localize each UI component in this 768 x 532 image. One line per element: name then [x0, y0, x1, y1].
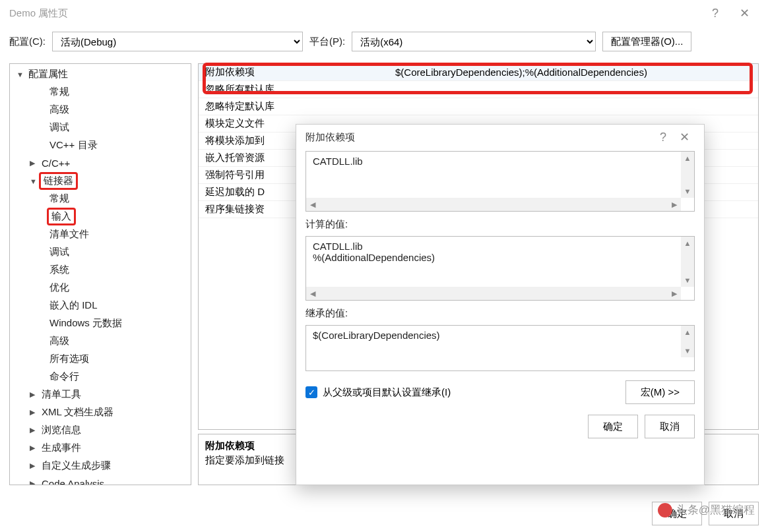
arrow-down-icon: ▼	[681, 185, 694, 198]
tree-item-input[interactable]: 输入	[10, 208, 191, 225]
grid-row[interactable]: 忽略所有默认库	[199, 81, 758, 98]
tree-item[interactable]: 所有选项	[10, 350, 191, 368]
help-icon[interactable]: ?	[653, 131, 674, 144]
scrollbar-vertical[interactable]: ▲▼	[681, 152, 694, 198]
config-label: 配置(C):	[9, 36, 46, 48]
footer-buttons: 确定 取消	[652, 502, 759, 525]
tree-item[interactable]: 系统	[10, 261, 191, 279]
scrollbar-vertical[interactable]: ▲▼	[681, 237, 694, 287]
help-icon[interactable]: ?	[701, 7, 730, 20]
arrow-down-icon: ▼	[681, 274, 694, 287]
arrow-right-icon: ▶	[668, 287, 681, 300]
tree-item[interactable]: VC++ 目录	[10, 136, 191, 154]
tree-item[interactable]: 常规	[10, 83, 191, 101]
dialog-titlebar: 附加依赖项 ? ✕	[296, 125, 704, 150]
tree-item[interactable]: 常规	[10, 190, 191, 208]
dialog-ok-button[interactable]: 确定	[588, 415, 638, 438]
grid-row[interactable]: 忽略特定默认库	[199, 98, 758, 115]
tree-item[interactable]: Windows 元数据	[10, 314, 191, 332]
tree-cc[interactable]: ▶C/C++	[10, 154, 191, 172]
computed-label: 计算的值:	[305, 218, 695, 231]
tree-item[interactable]: 优化	[10, 279, 191, 297]
edit-textarea[interactable]: CATDLL.lib ▲▼ ◀▶	[305, 151, 695, 212]
tree-item[interactable]: 高级	[10, 101, 191, 119]
tree-item[interactable]: 调试	[10, 243, 191, 261]
arrow-up-icon: ▲	[681, 152, 694, 165]
scrollbar-vertical[interactable]: ▲▼	[681, 326, 694, 357]
cancel-button[interactable]: 取消	[709, 502, 759, 525]
tree-item[interactable]: 高级	[10, 332, 191, 350]
dialog-title: 附加依赖项	[305, 131, 355, 144]
tree-item[interactable]: ▶清单工具	[10, 386, 191, 403]
inherit-checkbox[interactable]: ✓	[305, 386, 317, 398]
tree-item[interactable]: ▶浏览信息	[10, 421, 191, 439]
config-manager-button[interactable]: 配置管理器(O)...	[602, 32, 691, 51]
arrow-left-icon: ◀	[306, 198, 319, 211]
config-tree[interactable]: ▼配置属性 常规 高级 调试 VC++ 目录 ▶C/C++ ▼链接器 常规 输入…	[9, 63, 191, 485]
tree-item[interactable]: ▶生成事件	[10, 439, 191, 457]
computed-values: CATDLL.lib %(AdditionalDependencies) ▲▼ …	[305, 236, 695, 301]
tree-item[interactable]: ▶XML 文档生成器	[10, 403, 191, 421]
additional-deps-dialog: 附加依赖项 ? ✕ CATDLL.lib ▲▼ ◀▶ 计算的值: CATDLL.…	[296, 124, 705, 485]
config-select[interactable]: 活动(Debug)	[52, 32, 303, 51]
scrollbar-horizontal[interactable]: ◀▶	[306, 287, 681, 300]
ok-button[interactable]: 确定	[652, 502, 702, 525]
arrow-right-icon: ▶	[668, 198, 681, 211]
arrow-up-icon: ▲	[681, 237, 694, 250]
macros-button[interactable]: 宏(M) >>	[625, 380, 695, 404]
arrow-left-icon: ◀	[306, 287, 319, 300]
titlebar: Demo 属性页 ? ✕	[0, 0, 768, 26]
platform-label: 平台(P):	[309, 36, 345, 48]
tree-item[interactable]: ▶自定义生成步骤	[10, 457, 191, 475]
platform-select[interactable]: 活动(x64)	[352, 32, 596, 51]
dialog-cancel-button[interactable]: 取消	[645, 415, 695, 438]
toolbar: 配置(C): 活动(Debug) 平台(P): 活动(x64) 配置管理器(O)…	[0, 26, 768, 63]
close-icon[interactable]: ✕	[730, 6, 759, 20]
tree-linker[interactable]: ▼链接器	[10, 172, 191, 190]
grid-row[interactable]: 附加依赖项$(CoreLibraryDependencies);%(Additi…	[199, 64, 758, 81]
tree-item[interactable]: 嵌入的 IDL	[10, 297, 191, 314]
arrow-down-icon: ▼	[681, 344, 694, 357]
inherit-label: 从父级或项目默认设置继承(I)	[323, 386, 451, 399]
close-icon[interactable]: ✕	[674, 130, 695, 144]
tree-item[interactable]: ▶Code Analysis	[10, 475, 191, 485]
inherited-label: 继承的值:	[305, 307, 695, 320]
inherited-values: $(CoreLibraryDependencies) ▲▼	[305, 325, 695, 371]
tree-item[interactable]: 清单文件	[10, 225, 191, 243]
tree-item[interactable]: 命令行	[10, 368, 191, 386]
arrow-up-icon: ▲	[681, 326, 694, 339]
tree-item[interactable]: 调试	[10, 119, 191, 136]
scrollbar-horizontal[interactable]: ◀▶	[306, 198, 681, 211]
tree-root[interactable]: ▼配置属性	[10, 65, 191, 83]
window-title: Demo 属性页	[9, 7, 68, 20]
